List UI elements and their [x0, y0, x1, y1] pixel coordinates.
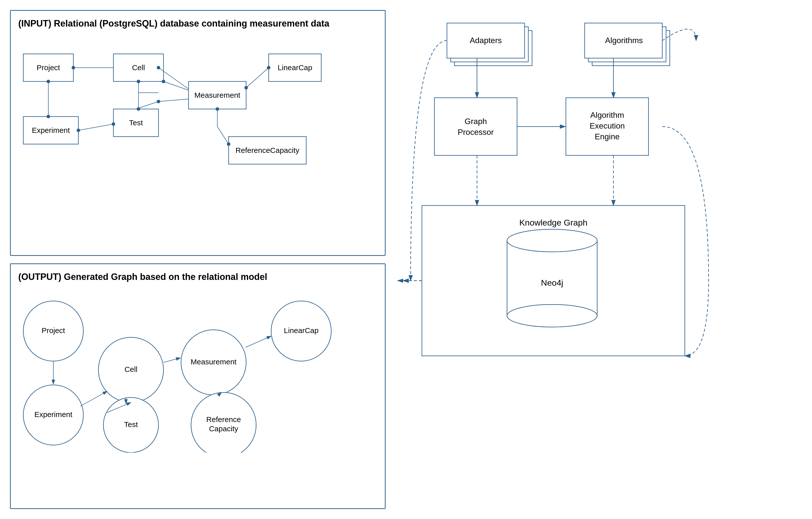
db-diagram: Project Experiment Cell Test Measurement…: [18, 39, 376, 199]
arch-diagram: Adapters Algorithms Graph Processor Algo…: [396, 10, 796, 509]
svg-point-27: [227, 142, 230, 146]
svg-line-44: [80, 391, 107, 406]
svg-line-25: [218, 127, 229, 144]
graph-experiment-label: Experiment: [34, 410, 72, 418]
svg-point-8: [47, 80, 50, 83]
svg-point-22: [244, 86, 248, 89]
svg-point-67: [507, 304, 597, 327]
svg-line-19: [164, 81, 188, 90]
svg-line-28: [78, 124, 113, 130]
svg-text:Engine: Engine: [594, 132, 620, 141]
graph-cell-label: Cell: [124, 365, 138, 374]
graph-project-label: Project: [41, 326, 65, 334]
db-measurement-label: Measurement: [194, 91, 240, 99]
svg-line-32: [158, 99, 188, 102]
svg-text:Execution: Execution: [590, 121, 625, 130]
knowledge-graph-label: Knowledge Graph: [519, 218, 587, 227]
input-title: (INPUT) Relational (PostgreSQL) database…: [18, 18, 377, 29]
svg-point-11: [71, 66, 75, 70]
svg-point-29: [77, 129, 80, 132]
algorithms-label: Algorithms: [605, 36, 643, 45]
svg-rect-59: [434, 98, 517, 155]
svg-point-14: [137, 80, 140, 83]
svg-text:Capacity: Capacity: [209, 425, 238, 433]
graph-linearcap-label: LinearCap: [284, 326, 318, 334]
svg-line-21: [246, 68, 269, 88]
svg-point-9: [47, 115, 50, 118]
graph-measurement-label: Measurement: [191, 358, 237, 366]
graph-processor-label: Graph: [465, 117, 487, 126]
svg-point-30: [112, 122, 115, 126]
svg-point-18: [157, 66, 160, 70]
output-title: (OUTPUT) Generated Graph based on the re…: [18, 272, 377, 282]
svg-point-20: [162, 80, 165, 83]
neo4j-label: Neo4j: [541, 278, 563, 288]
right-panel: Adapters Algorithms Graph Processor Algo…: [396, 10, 802, 509]
svg-line-47: [245, 336, 271, 347]
svg-text:Processor: Processor: [458, 128, 494, 137]
db-experiment-label: Experiment: [32, 126, 70, 134]
graph-test-label: Test: [124, 420, 138, 429]
left-panel: (INPUT) Relational (PostgreSQL) database…: [10, 10, 385, 509]
db-test-label: Test: [129, 118, 143, 127]
db-refcap-label: ReferenceCapacity: [235, 146, 299, 154]
graph-diagram: Project Experiment Cell Test Measurement…: [18, 292, 376, 453]
output-section: (OUTPUT) Generated Graph based on the re…: [10, 264, 385, 509]
svg-point-33: [157, 100, 160, 103]
svg-marker-75: [397, 279, 403, 283]
main-container: (INPUT) Relational (PostgreSQL) database…: [0, 0, 812, 519]
db-cell-label: Cell: [132, 63, 145, 72]
alg-engine-label: Algorithm: [590, 111, 624, 119]
db-linearcap-label: LinearCap: [278, 63, 312, 72]
svg-point-23: [267, 66, 270, 70]
svg-line-31: [136, 102, 158, 109]
graph-refcap-label: Reference: [206, 415, 241, 424]
svg-point-26: [215, 107, 219, 111]
input-section: (INPUT) Relational (PostgreSQL) database…: [10, 10, 385, 256]
db-project-label: Project: [36, 63, 60, 72]
svg-line-46: [164, 358, 180, 362]
adapters-label: Adapters: [470, 36, 502, 45]
svg-point-66: [507, 229, 597, 252]
